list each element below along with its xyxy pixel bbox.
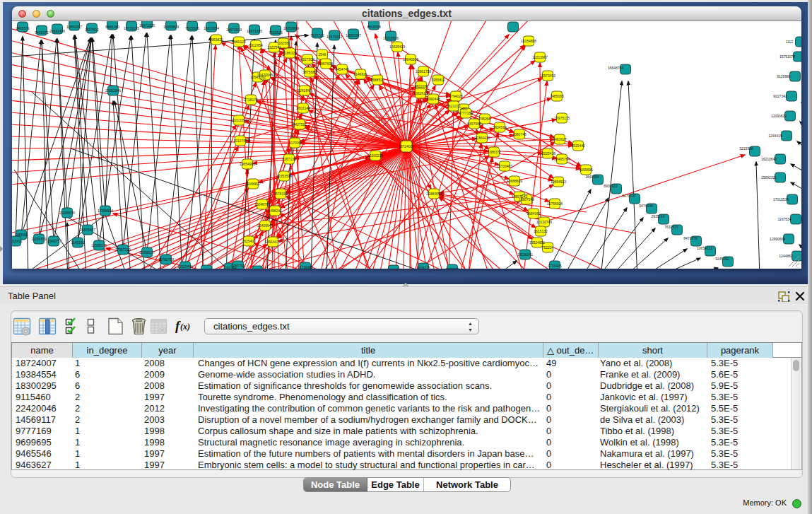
svg-text:11156829: 11156829 [31,237,47,241]
svg-text:13325419: 13325419 [389,45,405,49]
svg-text:6794028: 6794028 [449,94,463,98]
svg-text:16671355: 16671355 [139,23,155,28]
svg-text:14914479: 14914479 [265,240,281,244]
svg-text:15300215: 15300215 [367,153,383,158]
svg-text:3915411: 3915411 [12,239,23,243]
svg-text:16154808: 16154808 [521,39,536,43]
svg-text:9227342: 9227342 [773,94,787,98]
svg-text:10853267: 10853267 [346,33,361,37]
svg-text:20364436: 20364436 [474,136,490,140]
svg-text:12990664: 12990664 [770,237,785,241]
svg-text:9515440: 9515440 [571,144,585,148]
svg-text:10654112: 10654112 [697,246,712,250]
svg-text:1080748: 1080748 [512,132,526,136]
svg-text:1145191: 1145191 [71,240,84,245]
svg-text:2405571: 2405571 [16,26,30,30]
svg-text:14136141: 14136141 [517,252,533,257]
svg-text:18495764: 18495764 [554,157,570,161]
svg-text:10671913: 10671913 [326,35,342,39]
svg-text:2687682: 2687682 [506,21,520,22]
svg-text:7663822: 7663822 [209,37,223,42]
svg-text:12923448: 12923448 [199,268,214,269]
svg-text:7515526: 7515526 [269,30,283,35]
svg-text:17357223: 17357223 [115,247,131,252]
svg-text:5578334: 5578334 [273,192,288,196]
svg-text:19654923: 19654923 [551,180,566,184]
svg-text:2935114: 2935114 [651,214,664,218]
svg-text:1733426: 1733426 [548,264,562,268]
svg-text:9129966: 9129966 [777,74,791,78]
svg-text:12213967: 12213967 [532,55,548,59]
svg-text:3822037: 3822037 [414,84,428,88]
svg-text:6466160: 6466160 [105,25,119,29]
svg-text:1322541: 1322541 [267,45,281,49]
svg-text:1615132: 1615132 [534,229,548,233]
svg-text:18313054: 18313054 [204,26,219,30]
svg-text:20053346: 20053346 [105,88,121,93]
svg-text:3215938: 3215938 [739,146,753,151]
svg-text:6479197: 6479197 [622,194,636,198]
svg-text:752234: 752234 [542,245,554,250]
svg-text:15716485: 15716485 [298,265,313,269]
svg-text:1362615: 1362615 [413,91,428,95]
svg-text:10853267: 10853267 [66,25,82,29]
svg-text:1588520: 1588520 [370,78,384,82]
svg-text:2718170: 2718170 [244,98,258,102]
svg-text:12353594: 12353594 [276,174,292,178]
svg-text:7386372: 7386372 [487,150,501,154]
svg-text:2867608: 2867608 [319,62,333,66]
svg-text:16782759: 16782759 [158,257,174,262]
svg-text:9684067: 9684067 [526,211,541,216]
svg-text:16409949: 16409949 [257,223,273,228]
svg-text:8267130: 8267130 [282,157,296,161]
svg-text:1463627: 1463627 [553,137,567,141]
svg-text:18907249: 18907249 [519,197,534,201]
svg-text:10973493: 10973493 [540,74,555,78]
svg-text:1292871: 1292871 [445,267,459,269]
svg-text:1185061: 1185061 [14,233,28,237]
svg-text:16058: 16058 [278,41,288,45]
svg-text:3824514: 3824514 [493,125,507,129]
svg-text:1244415: 1244415 [768,134,782,138]
svg-text:9245052: 9245052 [715,257,729,261]
svg-text:19524851: 19524851 [529,240,545,245]
svg-text:9405572: 9405572 [35,30,49,35]
svg-text:10120746: 10120746 [536,220,552,224]
svg-text:9457791: 9457791 [231,264,245,268]
svg-text:22420046: 22420046 [257,73,273,77]
svg-text:16671355: 16671355 [247,29,262,33]
svg-text:16053809: 16053809 [163,25,179,29]
svg-text:7632621: 7632621 [664,225,678,229]
svg-text:19384554: 19384554 [426,192,442,196]
svg-text:12213363: 12213363 [231,118,247,122]
svg-text:9327508: 9327508 [300,57,314,62]
svg-text:1112: 1112 [786,40,794,44]
svg-text:16210643: 16210643 [761,157,777,161]
svg-text:1092345: 1092345 [387,268,401,269]
svg-text:15751074: 15751074 [779,54,795,59]
svg-text:17359924: 17359924 [98,209,113,213]
svg-text:17010534: 17010534 [773,197,789,201]
svg-text:746266: 746266 [479,117,491,121]
svg-text:12505175: 12505175 [91,243,107,247]
svg-text:10961758: 10961758 [416,69,431,74]
svg-text:10025438: 10025438 [540,151,555,156]
svg-text:1244863: 1244863 [779,254,793,258]
svg-text:7625402: 7625402 [242,239,256,243]
svg-text:2603144: 2603144 [296,106,310,110]
svg-text:9242845: 9242845 [298,88,312,93]
svg-text:10688609: 10688609 [507,179,522,183]
svg-text:2546: 2546 [318,52,326,57]
svg-text:7835722: 7835722 [310,33,324,37]
svg-text:12093822: 12093822 [771,114,787,118]
svg-text:10719195: 10719195 [124,26,139,30]
svg-text:17975115: 17975115 [554,116,570,120]
svg-text:1621072: 1621072 [447,104,461,108]
svg-text:6497568: 6497568 [467,122,481,126]
svg-text:1527602: 1527602 [85,28,99,32]
svg-text:(x): (x) [180,322,190,332]
svg-text:10958127: 10958127 [139,250,155,255]
svg-text:8938923: 8938923 [604,184,618,188]
svg-text:9777169: 9777169 [459,111,473,115]
svg-text:9146821: 9146821 [353,72,367,76]
